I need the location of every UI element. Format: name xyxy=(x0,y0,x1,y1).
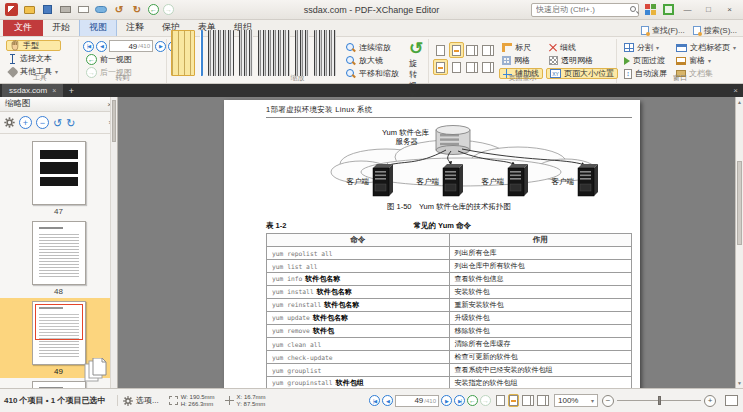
zoom-preset-icon[interactable] xyxy=(295,30,309,76)
command-text: yum update xyxy=(272,314,310,321)
vertical-scrollbar[interactable]: ▲ ▼ xyxy=(735,97,743,388)
undo-button[interactable]: ↺ xyxy=(112,3,126,17)
scrollbar-thumb[interactable] xyxy=(737,161,742,245)
ui-options-button[interactable] xyxy=(643,3,657,17)
next-view-button[interactable]: → xyxy=(480,395,491,406)
previous-page-button[interactable]: ◀ xyxy=(382,395,393,406)
quick-launch-input[interactable] xyxy=(531,3,639,17)
two-page-button[interactable] xyxy=(465,42,480,58)
command-arg: 软件包名称 xyxy=(313,314,348,321)
split-button[interactable]: 分割▾ xyxy=(621,42,670,53)
fit-visible-button[interactable] xyxy=(720,395,743,406)
next-page-button[interactable]: ▶ xyxy=(441,395,452,406)
maximize-button[interactable]: □ xyxy=(700,3,717,17)
quick-launch xyxy=(531,3,639,17)
server-label-line2: 服务器 xyxy=(396,137,419,146)
tab-home[interactable]: 开始 xyxy=(43,19,79,36)
zoom-preset-icon[interactable] xyxy=(314,30,336,76)
sidebar-scrollbar[interactable] xyxy=(110,97,117,388)
table-row: yum remove软件包移除软件包 xyxy=(267,325,632,338)
first-page-button[interactable]: |◀ xyxy=(83,41,94,52)
first-page-button[interactable]: |◀ xyxy=(369,395,380,406)
search-button[interactable]: 搜索(S)... xyxy=(693,25,737,36)
thumbnail-list: 47 48 49 xyxy=(0,134,117,388)
close-button[interactable]: × xyxy=(721,3,738,17)
single-page-button[interactable] xyxy=(433,42,448,58)
previous-page-button[interactable]: ◀ xyxy=(96,41,107,52)
chevron-down-icon: ▾ xyxy=(733,44,736,51)
upload-button[interactable] xyxy=(94,3,108,17)
zoom-preset-selected-icon[interactable] xyxy=(171,30,195,76)
gear-icon[interactable] xyxy=(4,117,15,128)
options-button[interactable]: 选项... xyxy=(118,395,164,406)
next-page-button[interactable]: ▶ xyxy=(155,41,166,52)
page-number-field[interactable]: 49/410 xyxy=(395,395,439,407)
four-up-icon xyxy=(482,62,491,73)
print-button[interactable] xyxy=(58,3,72,17)
redo-button[interactable]: ↻ xyxy=(130,3,144,17)
header-rule xyxy=(266,117,632,118)
minimize-button[interactable]: — xyxy=(679,3,696,17)
scroll-up-icon[interactable]: ▲ xyxy=(736,97,743,107)
fit-window-button[interactable] xyxy=(661,3,675,17)
loupe-button[interactable]: 放大镜 xyxy=(343,55,402,66)
previous-view-button[interactable]: ← xyxy=(467,395,478,406)
page-width-value: W: 190.5mm xyxy=(181,394,215,401)
tab-close-icon[interactable]: × xyxy=(52,87,56,94)
spread-icon xyxy=(537,395,546,406)
tab-file[interactable]: 文件 xyxy=(3,19,43,36)
spread-button[interactable] xyxy=(481,42,496,58)
ruler-toggle[interactable]: 标尺 xyxy=(499,42,543,53)
document-tabs-button[interactable]: 文档标签页▾ xyxy=(673,42,739,53)
zoom-out-button[interactable]: − xyxy=(602,395,614,407)
document-tab[interactable]: ssdax.com × xyxy=(2,84,63,97)
thumbnail-page-47[interactable]: 47 xyxy=(0,138,117,218)
open-button[interactable] xyxy=(22,3,36,17)
find-button[interactable]: 查找(F)... xyxy=(641,25,685,36)
email-button[interactable] xyxy=(76,3,90,17)
rotate-view-button[interactable]: ↺ 旋转视图 xyxy=(405,40,427,102)
new-tab-button[interactable]: + xyxy=(63,84,79,97)
history-back-button[interactable]: ← xyxy=(148,4,159,15)
tab-comment[interactable]: 注释 xyxy=(117,19,153,36)
continuous-zoom-button[interactable]: 连续缩放 xyxy=(343,42,402,53)
two-page-icon xyxy=(522,395,531,406)
thumbnail-label: 49 xyxy=(54,367,63,376)
fit-width-button[interactable] xyxy=(508,394,519,407)
spread-button[interactable] xyxy=(537,395,549,406)
zoom-slider-track[interactable] xyxy=(617,400,701,401)
transparency-grid-toggle[interactable]: 透明网格 xyxy=(546,55,618,66)
previous-view-button[interactable]: ← 前一视图 xyxy=(83,54,179,65)
zoom-preset-icon[interactable] xyxy=(239,30,253,76)
thumbnail-page-48[interactable]: 48 xyxy=(0,218,117,298)
document-viewport[interactable]: 1部署虚拟环境安装 Linux 系统 xyxy=(118,97,735,388)
strip-close-button[interactable]: × xyxy=(728,84,743,97)
tab-view[interactable]: 视图 xyxy=(79,18,117,36)
save-button[interactable] xyxy=(40,3,54,17)
grid-toggle[interactable]: 网格 xyxy=(499,55,543,66)
zoom-preset-icon[interactable] xyxy=(258,30,290,76)
zoom-in-button[interactable]: + xyxy=(704,395,716,407)
rotate-ccw-button[interactable]: ↺ xyxy=(53,117,62,129)
command-text: yum grouplist xyxy=(272,367,321,374)
single-page-button[interactable] xyxy=(496,395,505,406)
history-forward-button[interactable]: → xyxy=(163,4,174,15)
page-number-field[interactable]: 49/410 xyxy=(109,40,153,52)
rotate-cw-button[interactable]: ↻ xyxy=(66,117,75,129)
zoom-slider-thumb[interactable] xyxy=(658,396,661,405)
thumb-zoom-in-button[interactable]: + xyxy=(19,116,32,129)
panes-button[interactable]: 窗格▾ xyxy=(673,55,739,66)
fit-width-button[interactable] xyxy=(449,42,464,58)
zoom-preset-icon[interactable] xyxy=(208,30,234,76)
thumb-zoom-out-button[interactable]: − xyxy=(36,116,49,129)
thin-lines-toggle[interactable]: 细线 xyxy=(546,42,618,53)
scroll-down-icon[interactable]: ▼ xyxy=(736,378,743,388)
page-transitions-button[interactable]: 页面过渡 xyxy=(621,55,670,66)
sidebar-scrollbar-thumb[interactable] xyxy=(112,100,116,142)
select-text-button[interactable]: 选择文本 xyxy=(6,53,61,64)
hand-tool-button[interactable]: 手型 xyxy=(6,40,61,51)
current-view-rectangle[interactable] xyxy=(35,304,83,340)
last-page-button[interactable]: ▶| xyxy=(454,395,465,406)
two-page-button[interactable] xyxy=(522,395,534,406)
zoom-level-select[interactable]: 100% ▾ xyxy=(554,394,598,407)
